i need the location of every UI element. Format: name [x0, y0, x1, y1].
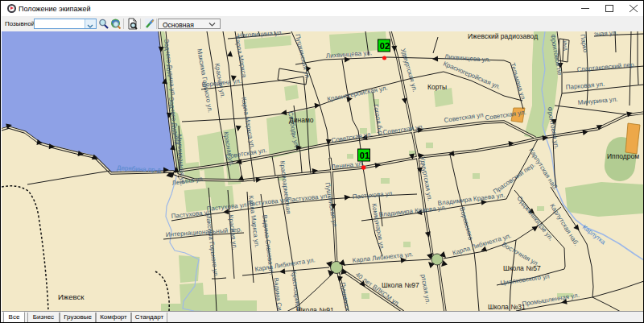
svg-text:01: 01: [360, 151, 369, 160]
svg-text:Школа №31: Школа №31: [488, 303, 526, 311]
svg-text:Динамо: Динамо: [289, 116, 314, 124]
svg-text:Ижевский радиозавод: Ижевский радиозавод: [468, 32, 538, 40]
svg-text:Школа №57: Школа №57: [503, 264, 541, 272]
svg-text:Ижевск: Ижевск: [58, 292, 85, 301]
svg-text:Ипподром: Ипподром: [607, 152, 639, 160]
svg-text:Школа №97: Школа №97: [382, 281, 419, 289]
svg-text:02: 02: [380, 41, 390, 51]
svg-text:Корты: Корты: [427, 83, 447, 91]
